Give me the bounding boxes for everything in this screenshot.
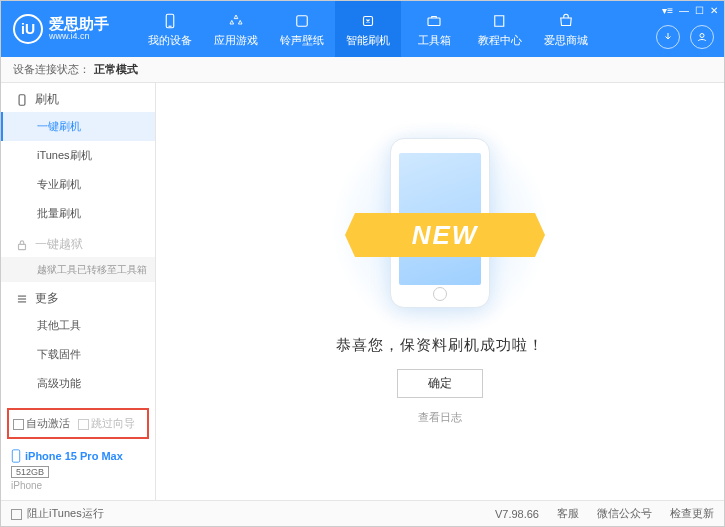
download-button[interactable] (656, 25, 680, 49)
nav-apps[interactable]: 应用游戏 (203, 1, 269, 57)
main-nav: 我的设备 应用游戏 铃声壁纸 智能刷机 工具箱 教程中心 (137, 1, 599, 57)
nav-label: 智能刷机 (346, 33, 390, 48)
ok-button[interactable]: 确定 (397, 369, 483, 398)
nav-label: 我的设备 (148, 33, 192, 48)
apps-icon (226, 11, 246, 31)
version-label: V7.98.66 (495, 508, 539, 520)
checkbox-skip-guide[interactable]: 跳过向导 (78, 416, 135, 431)
section-label: 刷机 (35, 91, 59, 108)
toolbox-icon (424, 11, 444, 31)
device-type: iPhone (11, 480, 145, 491)
storage-badge: 512GB (11, 466, 49, 478)
sidebar-jailbreak-note: 越狱工具已转移至工具箱 (1, 257, 155, 282)
phone-icon (11, 449, 21, 463)
nav-flash[interactable]: 智能刷机 (335, 1, 401, 57)
nav-my-device[interactable]: 我的设备 (137, 1, 203, 57)
status-mode: 正常模式 (94, 62, 138, 77)
sidebar-item-itunes[interactable]: iTunes刷机 (1, 141, 155, 170)
footer-service[interactable]: 客服 (557, 506, 579, 521)
device-info: iPhone 15 Pro Max 512GB iPhone (1, 445, 155, 499)
sidebar-item-batch[interactable]: 批量刷机 (1, 199, 155, 228)
footer: 阻止iTunes运行 V7.98.66 客服 微信公众号 检查更新 (1, 500, 724, 526)
sidebar-item-pro[interactable]: 专业刷机 (1, 170, 155, 199)
highlighted-checkbox-area: 自动激活 跳过向导 (7, 408, 149, 439)
sidebar-section-more[interactable]: 更多 (1, 282, 155, 311)
svg-rect-2 (297, 15, 308, 26)
list-icon (15, 292, 29, 306)
status-bar: 设备连接状态： 正常模式 (1, 57, 724, 83)
sidebar: 刷机 一键刷机 iTunes刷机 专业刷机 批量刷机 一键越狱 越狱工具已转移至… (1, 83, 156, 500)
success-message: 恭喜您，保资料刷机成功啦！ (336, 336, 544, 355)
logo: iU 爱思助手 www.i4.cn (1, 14, 121, 44)
checkbox-auto-activate[interactable]: 自动激活 (13, 416, 70, 431)
logo-icon: iU (13, 14, 43, 44)
window-controls: ▾≡ — ☐ ✕ (662, 5, 718, 16)
phone-icon (15, 93, 29, 107)
nav-toolbox[interactable]: 工具箱 (401, 1, 467, 57)
new-ribbon: NEW (345, 213, 545, 257)
sidebar-item-download[interactable]: 下载固件 (1, 340, 155, 369)
menu-icon[interactable]: ▾≡ (662, 5, 673, 16)
svg-rect-4 (428, 18, 440, 26)
sidebar-item-advanced[interactable]: 高级功能 (1, 369, 155, 398)
sidebar-item-oneclick[interactable]: 一键刷机 (1, 112, 155, 141)
close-button[interactable]: ✕ (710, 5, 718, 16)
sidebar-item-other[interactable]: 其他工具 (1, 311, 155, 340)
svg-rect-11 (12, 450, 19, 462)
lock-icon (15, 238, 29, 252)
svg-point-5 (700, 34, 704, 38)
section-label: 一键越狱 (35, 236, 83, 253)
svg-rect-6 (19, 94, 25, 105)
nav-label: 工具箱 (418, 33, 451, 48)
app-title: 爱思助手 (49, 16, 109, 33)
user-button[interactable] (690, 25, 714, 49)
nav-ringtones[interactable]: 铃声壁纸 (269, 1, 335, 57)
device-name[interactable]: iPhone 15 Pro Max (11, 449, 145, 463)
maximize-button[interactable]: ☐ (695, 5, 704, 16)
status-prefix: 设备连接状态： (13, 62, 90, 77)
store-icon (556, 11, 576, 31)
nav-tutorials[interactable]: 教程中心 (467, 1, 533, 57)
footer-update[interactable]: 检查更新 (670, 506, 714, 521)
section-label: 更多 (35, 290, 59, 307)
checkbox-block-itunes[interactable]: 阻止iTunes运行 (11, 506, 104, 521)
book-icon (490, 11, 510, 31)
flash-icon (358, 11, 378, 31)
sidebar-section-flash[interactable]: 刷机 (1, 83, 155, 112)
success-illustration: NEW (325, 138, 555, 318)
sidebar-section-jailbreak: 一键越狱 (1, 228, 155, 257)
view-log-link[interactable]: 查看日志 (418, 410, 462, 425)
svg-rect-7 (19, 244, 26, 249)
minimize-button[interactable]: — (679, 5, 689, 16)
footer-wechat[interactable]: 微信公众号 (597, 506, 652, 521)
main-content: NEW 恭喜您，保资料刷机成功啦！ 确定 查看日志 (156, 83, 724, 500)
nav-store[interactable]: 爱思商城 (533, 1, 599, 57)
device-icon (160, 11, 180, 31)
music-icon (292, 11, 312, 31)
nav-label: 应用游戏 (214, 33, 258, 48)
nav-label: 铃声壁纸 (280, 33, 324, 48)
app-header: iU 爱思助手 www.i4.cn 我的设备 应用游戏 铃声壁纸 智能刷机 (1, 1, 724, 57)
app-subtitle: www.i4.cn (49, 32, 109, 42)
nav-label: 教程中心 (478, 33, 522, 48)
nav-label: 爱思商城 (544, 33, 588, 48)
